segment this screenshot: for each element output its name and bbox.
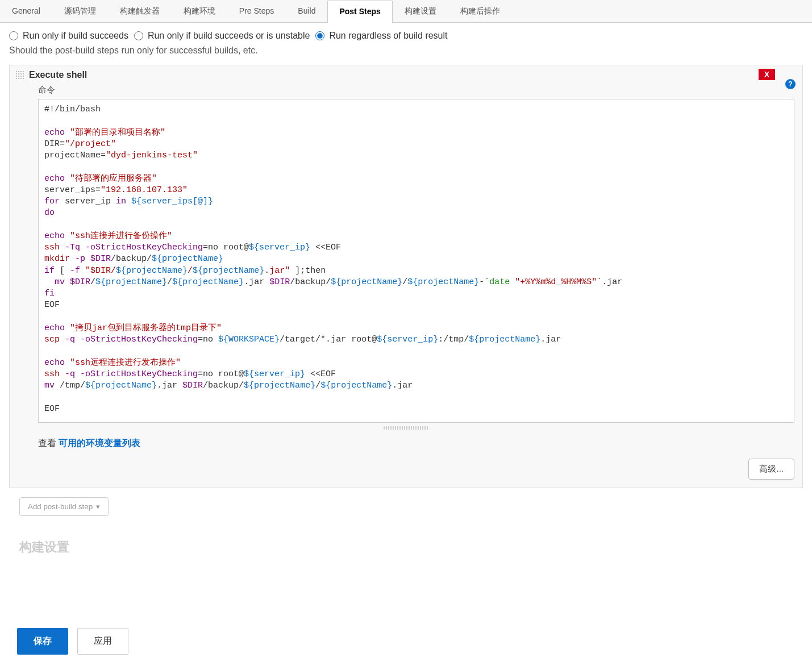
env-vars-help-row: 查看 可用的环境变量列表 xyxy=(10,434,802,456)
next-section-heading: 构建设置 xyxy=(19,539,803,556)
tab-triggers[interactable]: 构建触发器 xyxy=(108,0,172,22)
add-post-build-step-button[interactable]: Add post-build step ▾ xyxy=(19,497,109,516)
tab-post-build-actions[interactable]: 构建后操作 xyxy=(448,0,512,22)
drag-handle-icon[interactable] xyxy=(15,70,24,80)
radio-regardless-label: Run regardless of build result xyxy=(329,31,447,41)
run-condition-group: Run only if build succeeds Run only if b… xyxy=(9,31,803,41)
tab-general[interactable]: General xyxy=(0,0,52,22)
execute-shell-step: X ? Execute shell 命令 #!/bin/bash echo "部… xyxy=(9,65,803,488)
radio-success-unstable-input[interactable] xyxy=(134,31,143,40)
see-prefix: 查看 xyxy=(38,438,59,448)
radio-success-only-label: Run only if build succeeds xyxy=(23,31,128,41)
step-title: Execute shell xyxy=(29,70,87,80)
chevron-down-icon: ▾ xyxy=(96,502,100,511)
tab-build[interactable]: Build xyxy=(286,0,327,22)
radio-success-unstable-label: Run only if build succeeds or is unstabl… xyxy=(148,31,310,41)
radio-success-only-input[interactable] xyxy=(9,31,18,40)
radio-success-only[interactable]: Run only if build succeeds xyxy=(9,31,128,41)
tab-environment[interactable]: 构建环境 xyxy=(172,0,227,22)
command-label: 命令 xyxy=(10,85,802,99)
run-condition-hint: Should the post-build steps run only for… xyxy=(9,45,803,56)
advanced-button[interactable]: 高级... xyxy=(748,459,794,480)
shell-command-textarea[interactable]: #!/bin/bash echo "部署的目录和项目名称"DIR="/proje… xyxy=(38,99,794,423)
tab-scm[interactable]: 源码管理 xyxy=(52,0,108,22)
add-step-label: Add post-build step xyxy=(28,502,93,511)
tab-post-steps[interactable]: Post Steps xyxy=(327,1,392,23)
radio-regardless-input[interactable] xyxy=(315,31,324,40)
textarea-resize-grip[interactable] xyxy=(384,426,429,430)
config-tabs: General 源码管理 构建触发器 构建环境 Pre Steps Build … xyxy=(0,0,812,23)
tab-build-settings[interactable]: 构建设置 xyxy=(393,0,448,22)
radio-success-unstable[interactable]: Run only if build succeeds or is unstabl… xyxy=(134,31,310,41)
tab-pre-steps[interactable]: Pre Steps xyxy=(227,0,286,22)
radio-regardless[interactable]: Run regardless of build result xyxy=(315,31,447,41)
env-vars-link[interactable]: 可用的环境变量列表 xyxy=(59,438,140,448)
